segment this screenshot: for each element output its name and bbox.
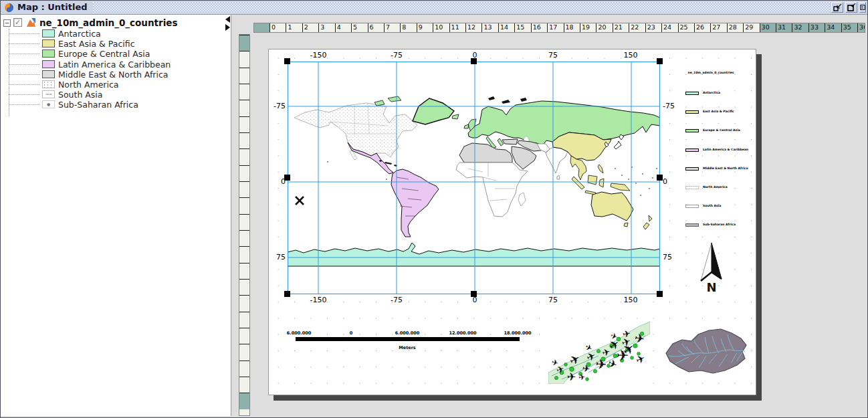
ruler-tick: 19 xyxy=(239,344,250,360)
ruler-tick: 1 xyxy=(286,23,302,33)
layer-visibility-checkbox[interactable]: ✓ xyxy=(13,18,22,27)
graticule-label: 75 xyxy=(269,253,286,262)
ruler-tick: 12 xyxy=(239,230,250,246)
ruler-tick: 28 xyxy=(727,23,743,33)
layer-symbol-swatch xyxy=(42,60,55,68)
ruler-tick: 18 xyxy=(239,328,250,344)
svg-text:✈: ✈ xyxy=(634,352,647,367)
map-frame-view[interactable] xyxy=(288,62,660,294)
ruler-vertical: 012345678910111213141516171819202122 xyxy=(239,34,250,416)
toc-layer-row[interactable]: ●Sub-Saharan Africa xyxy=(1,100,231,110)
graticule-label: 0 xyxy=(269,177,286,186)
legend-entry-label: Antarctica xyxy=(703,91,720,94)
tree-guide-stub xyxy=(9,54,39,54)
ruler-tick: 27 xyxy=(710,23,726,33)
page-shadow-bottom xyxy=(274,395,762,401)
toc-layer-row[interactable]: Latin America & Caribbean xyxy=(1,60,231,70)
graticule-label: 75 xyxy=(548,296,558,304)
minimize-window-icon[interactable] xyxy=(831,2,843,13)
selection-handle[interactable] xyxy=(657,175,663,181)
layer-class-label[interactable]: Latin America & Caribbean xyxy=(58,60,171,70)
layout-page[interactable]: -150-150-75-75007575150150-75-75007575 n… xyxy=(268,49,756,395)
tree-guide-stub xyxy=(9,84,39,85)
layer-symbol-swatch xyxy=(42,49,55,58)
legend-title: ne_10m_admin_0_countries xyxy=(680,71,742,74)
map-document-window: Map : Untitled − ✓ ne_10m_admin_0_countr… xyxy=(0,0,868,418)
ruler-tick: 4 xyxy=(335,23,351,33)
layout-canvas: 0123456789101112131415161718192021222324… xyxy=(232,15,865,416)
legend-swatch xyxy=(685,186,699,189)
scale-bar[interactable]: 6.000.00006.000.00012.000.00018.000.000 … xyxy=(269,330,536,354)
legend-entry-label: South Asia xyxy=(703,204,721,207)
toc-layer-row[interactable]: Antarctica xyxy=(1,29,231,39)
window-menu-icon[interactable] xyxy=(859,2,866,13)
ruler-tick: 24 xyxy=(661,23,677,33)
ruler-tick: 3 xyxy=(318,23,334,33)
ruler-tick: 2 xyxy=(239,68,250,84)
layer-root-row[interactable]: − ✓ ne_10m_admin_0_countries xyxy=(1,17,231,29)
ruler-horizontal: 0123456789101112131415161718192021222324… xyxy=(253,23,865,33)
north-arrow-label: N xyxy=(706,280,716,293)
layer-name[interactable]: ne_10m_admin_0_countries xyxy=(39,17,178,28)
ruler-tick: 3 xyxy=(239,84,250,100)
ruler-tick: 21 xyxy=(239,377,250,393)
ruler-tick: 0 xyxy=(269,23,286,33)
selection-handle[interactable] xyxy=(284,291,290,297)
graticule-label: 150 xyxy=(624,296,638,304)
ruler-tick: 21 xyxy=(613,23,629,33)
ruler-tick: 15 xyxy=(239,279,250,295)
collapse-expander-icon[interactable]: − xyxy=(3,19,11,27)
tree-guide-stub xyxy=(9,43,39,44)
legend-swatch xyxy=(685,205,699,208)
window-titlebar[interactable]: Map : Untitled xyxy=(1,1,867,15)
toc-layer-row[interactable]: Europe & Central Asia xyxy=(1,49,231,59)
ruler-tick: 32 xyxy=(792,23,808,33)
layer-symbol-swatch: ≈≈ xyxy=(42,90,55,98)
north-arrow[interactable]: N xyxy=(695,241,728,293)
legend-box[interactable]: ne_10m_admin_0_countries AntarcticaEast … xyxy=(680,71,755,74)
ruler-tick: 11 xyxy=(449,23,465,33)
graticule-label: 75 xyxy=(663,253,672,262)
collapse-right-icon[interactable] xyxy=(225,24,230,31)
picture-watershed-map[interactable] xyxy=(662,324,750,380)
legend-swatch xyxy=(685,129,699,132)
ruler-tick: 1 xyxy=(239,51,250,67)
ruler-tick: 2 xyxy=(302,23,318,33)
layer-class-label[interactable]: East Asia & Pacific xyxy=(58,39,135,49)
svg-text:✈: ✈ xyxy=(595,356,608,373)
layer-class-label[interactable]: Sub-Saharan Africa xyxy=(58,100,138,110)
layer-class-label[interactable]: South Asia xyxy=(58,90,103,100)
collapse-left-icon[interactable] xyxy=(225,16,230,23)
ruler-tick: 8 xyxy=(239,165,250,181)
legend-swatch xyxy=(685,148,699,152)
picture-airports-map[interactable]: ✈ ✈ ✈ ✈ ✈ ✈ ✈ ✈ ✈ ✈ ✈ ✈ ✈ ✈ ✈ ✈ ✈ xyxy=(548,319,650,384)
graticule-label: 0 xyxy=(473,51,477,60)
ruler-tick: 22 xyxy=(629,23,645,33)
layer-symbol-swatch xyxy=(42,80,55,88)
ruler-tick: 18 xyxy=(564,23,580,33)
ruler-tick: 16 xyxy=(531,23,547,33)
toc-layer-row[interactable]: Middle East & North Africa xyxy=(1,70,231,80)
selection-handle[interactable] xyxy=(284,58,290,64)
window-title: Map : Untitled xyxy=(17,2,88,12)
layer-class-label[interactable]: Antarctica xyxy=(58,29,101,39)
ruler-tick: 35 xyxy=(841,23,857,33)
selection-handle[interactable] xyxy=(657,291,663,297)
ruler-tick: 33 xyxy=(808,23,825,33)
gvsig-logo-icon xyxy=(4,3,14,13)
toc-layer-row[interactable]: ≈≈South Asia xyxy=(1,90,231,100)
layer-class-label[interactable]: Europe & Central Asia xyxy=(58,49,150,59)
ruler-tick: 4 xyxy=(239,100,250,116)
selection-handle[interactable] xyxy=(657,58,663,64)
toc-layer-row[interactable]: East Asia & Pacific xyxy=(1,39,231,49)
layer-class-label[interactable]: Middle East & North Africa xyxy=(58,70,169,80)
tree-guide-stub xyxy=(9,74,39,75)
maximize-window-icon[interactable] xyxy=(845,2,857,13)
legend-entry-label: Sub-Saharan Africa xyxy=(703,223,736,226)
toc-layer-row[interactable]: North America xyxy=(1,80,231,90)
layer-class-label[interactable]: North America xyxy=(58,80,119,90)
svg-text:✈: ✈ xyxy=(633,330,646,346)
ruler-tick: 10 xyxy=(239,197,250,213)
tree-guide-stub xyxy=(9,64,39,65)
panel-splitter[interactable] xyxy=(225,15,231,35)
